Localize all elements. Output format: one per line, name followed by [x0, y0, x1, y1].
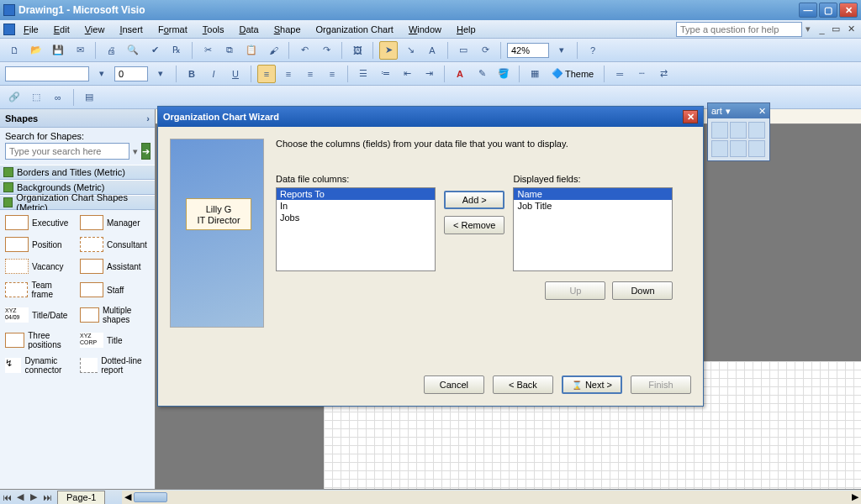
numbering-button[interactable]: ≔ — [376, 65, 394, 83]
menu-organization-chart[interactable]: Organization Chart — [309, 23, 400, 36]
font-size-combo[interactable]: 0 — [114, 66, 148, 81]
page-tab-1[interactable]: Page-1 — [57, 491, 105, 504]
list-item[interactable]: Job Title — [514, 200, 672, 212]
italic-button[interactable]: I — [204, 65, 223, 83]
up-button[interactable]: Up — [545, 281, 605, 300]
dialog-close-button[interactable]: ✕ — [683, 110, 698, 123]
align-right-button[interactable]: ≡ — [301, 65, 320, 83]
list-item[interactable]: Jobs — [277, 212, 435, 223]
shapes-pane-header[interactable]: Shapes› — [0, 109, 155, 128]
menu-file[interactable]: File — [17, 23, 45, 36]
stencil-org-chart-shapes[interactable]: Organization Chart Shapes (Metric) — [0, 195, 155, 210]
menu-view[interactable]: View — [78, 23, 112, 36]
help-button[interactable]: ? — [584, 41, 602, 60]
mdi-restore[interactable]: ▭ — [829, 23, 843, 36]
add-button[interactable]: Add > — [444, 191, 504, 209]
org-layout-button-1[interactable] — [711, 122, 728, 139]
line-ends-button[interactable]: ⇄ — [654, 65, 673, 83]
float-toolbar-close-icon[interactable]: ✕ — [758, 106, 766, 117]
cut-button[interactable]: ✂ — [198, 41, 217, 60]
bullets-button[interactable]: ☰ — [354, 65, 372, 83]
menu-shape[interactable]: Shape — [267, 23, 308, 36]
data-graphics-button[interactable]: ⬚ — [27, 88, 45, 107]
redo-button[interactable]: ↷ — [317, 41, 335, 60]
menu-window[interactable]: Window — [402, 23, 448, 36]
font-name-combo[interactable] — [5, 66, 89, 81]
menu-format[interactable]: Format — [151, 23, 194, 36]
shape-item-title[interactable]: XYZCORPTitle — [78, 329, 151, 351]
org-chart-float-toolbar[interactable]: art▾✕ — [707, 102, 770, 161]
down-button[interactable]: Down — [612, 281, 673, 300]
minimize-button[interactable]: — — [799, 3, 817, 18]
increase-indent-button[interactable]: ⇥ — [420, 65, 438, 83]
org-layout-button-2[interactable] — [730, 122, 747, 139]
shape-item-title-date[interactable]: XYZ04/09Title/Date — [3, 304, 77, 326]
open-button[interactable]: 📂 — [27, 41, 45, 60]
line-weight-button[interactable]: ═ — [610, 65, 629, 83]
org-layout-button-5[interactable] — [730, 140, 747, 157]
align-left-button[interactable]: ≡ — [257, 65, 276, 83]
pointer-tool-button[interactable]: ➤ — [379, 41, 398, 60]
shape-item-dotted-line-report[interactable]: Dotted-line report — [78, 354, 151, 376]
system-menu-icon[interactable] — [3, 24, 15, 35]
shape-item-staff[interactable]: Staff — [78, 279, 151, 301]
font-name-dropdown-icon[interactable]: ▾ — [92, 65, 111, 83]
search-shapes-input[interactable] — [5, 143, 129, 160]
float-toolbar-header[interactable]: art▾✕ — [708, 103, 769, 118]
insert-hyperlink-button[interactable]: ∞ — [49, 88, 67, 107]
menu-tools[interactable]: Tools — [196, 23, 231, 36]
align-justify-button[interactable]: ≡ — [323, 65, 341, 83]
shape-item-position[interactable]: Position — [3, 235, 77, 254]
next-button[interactable]: ⌛Next > — [562, 375, 622, 394]
search-go-button[interactable]: ➔ — [141, 143, 151, 160]
shape-item-manager[interactable]: Manager — [78, 213, 151, 232]
text-tool-button[interactable]: A — [423, 41, 441, 60]
menu-help[interactable]: Help — [450, 23, 483, 36]
menu-data[interactable]: Data — [232, 23, 265, 36]
undo-button[interactable]: ↶ — [295, 41, 314, 60]
list-item[interactable]: In — [277, 200, 435, 212]
cancel-button[interactable]: Cancel — [424, 375, 484, 394]
shape-item-team-frame[interactable]: Team frame — [3, 279, 77, 301]
link-data-button[interactable]: 🔗 — [5, 88, 24, 107]
help-search-input[interactable] — [676, 22, 802, 37]
last-page-button[interactable]: ⏭ — [40, 491, 54, 504]
shape-item-assistant[interactable]: Assistant — [78, 257, 151, 276]
insert-picture-button[interactable]: 🖼 — [348, 41, 367, 60]
save-button[interactable]: 💾 — [49, 41, 67, 60]
data-file-columns-listbox[interactable]: Reports To In Jobs — [276, 187, 436, 271]
spelling-button[interactable]: ✔ — [145, 41, 164, 60]
mdi-close[interactable]: ✕ — [844, 23, 858, 36]
back-button[interactable]: < Back — [493, 375, 553, 394]
horizontal-scrollbar[interactable]: ◀ ▶ — [122, 491, 861, 504]
external-data-button[interactable]: ▤ — [80, 88, 98, 107]
list-item[interactable]: Reports To — [277, 188, 435, 200]
next-page-button[interactable]: ▶ — [27, 491, 40, 504]
first-page-button[interactable]: ⏮ — [0, 491, 13, 504]
chevron-down-icon[interactable]: ▾ — [726, 106, 731, 117]
print-button[interactable]: 🖨 — [102, 41, 120, 60]
shape-item-vacancy[interactable]: Vacancy — [3, 257, 77, 276]
dialog-title-bar[interactable]: Organization Chart Wizard ✕ — [158, 107, 703, 127]
mail-button[interactable]: ✉ — [71, 41, 89, 60]
format-painter-button[interactable]: 🖌 — [264, 41, 283, 60]
underline-button[interactable]: U — [226, 65, 245, 83]
fill-color-button[interactable]: 🪣 — [494, 65, 513, 83]
displayed-fields-listbox[interactable]: Name Job Title — [513, 187, 673, 271]
shadow-button[interactable]: ▦ — [526, 65, 544, 83]
org-layout-button-4[interactable] — [711, 140, 728, 157]
menu-insert[interactable]: Insert — [113, 23, 150, 36]
decrease-indent-button[interactable]: ⇤ — [398, 65, 416, 83]
search-dropdown-icon[interactable]: ▾ — [133, 146, 138, 157]
shape-item-dynamic-connector[interactable]: ↯Dynamic connector — [3, 354, 77, 376]
shape-item-multiple-shapes[interactable]: Multiple shapes — [78, 304, 151, 326]
shape-item-executive[interactable]: Executive — [3, 213, 77, 232]
paste-button[interactable]: 📋 — [242, 41, 261, 60]
zoom-combo[interactable]: 42% — [507, 43, 549, 58]
menu-edit[interactable]: Edit — [47, 23, 77, 36]
font-size-dropdown-icon[interactable]: ▾ — [151, 65, 170, 83]
line-pattern-button[interactable]: ┄ — [632, 65, 651, 83]
bold-button[interactable]: B — [182, 65, 201, 83]
copy-button[interactable]: ⧉ — [220, 41, 239, 60]
mdi-minimize[interactable]: _ — [814, 23, 827, 36]
